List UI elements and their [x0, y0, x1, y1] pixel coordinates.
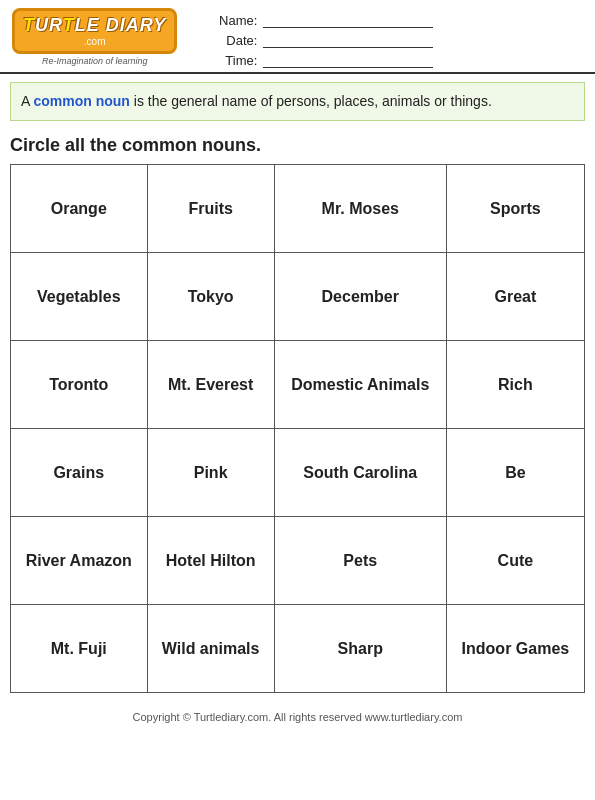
table-cell[interactable]: Domestic Animals — [274, 341, 446, 429]
table-cell[interactable]: Be — [446, 429, 584, 517]
table-cell[interactable]: Cute — [446, 517, 584, 605]
noun-table: OrangeFruitsMr. MosesSportsVegetablesTok… — [10, 164, 585, 693]
table-cell[interactable]: Hotel Hilton — [147, 517, 274, 605]
info-box: A common noun is the general name of per… — [10, 82, 585, 121]
table-cell[interactable]: Grains — [11, 429, 148, 517]
time-row: Time: — [217, 52, 583, 68]
logo-title: TURTLE DIARY — [23, 15, 166, 36]
table-cell[interactable]: Mt. Fuji — [11, 605, 148, 693]
table-row: OrangeFruitsMr. MosesSports — [11, 165, 585, 253]
date-input[interactable] — [263, 32, 433, 48]
table-cell[interactable]: Toronto — [11, 341, 148, 429]
highlight-text: common noun — [33, 93, 129, 109]
info-text: is the general name of persons, places, … — [130, 93, 492, 109]
table-row: VegetablesTokyoDecemberGreat — [11, 253, 585, 341]
table-row: GrainsPinkSouth CarolinaBe — [11, 429, 585, 517]
footer: Copyright © Turtlediary.com. All rights … — [0, 701, 595, 733]
table-cell[interactable]: South Carolina — [274, 429, 446, 517]
table-cell[interactable]: Pets — [274, 517, 446, 605]
logo-sub: Re-Imagination of learning — [42, 56, 148, 66]
logo-dot: .com — [84, 36, 106, 47]
table-cell[interactable]: Mr. Moses — [274, 165, 446, 253]
time-input[interactable] — [263, 52, 433, 68]
name-row: Name: — [217, 12, 583, 28]
name-fields: Name: Date: Time: — [177, 8, 583, 68]
table-row: Mt. FujiWild animalsSharpIndoor Games — [11, 605, 585, 693]
table-cell[interactable]: Pink — [147, 429, 274, 517]
table-cell[interactable]: Mt. Everest — [147, 341, 274, 429]
table-cell[interactable]: Sports — [446, 165, 584, 253]
table-cell[interactable]: Wild animals — [147, 605, 274, 693]
table-cell[interactable]: River Amazon — [11, 517, 148, 605]
table-cell[interactable]: Rich — [446, 341, 584, 429]
table-cell[interactable]: December — [274, 253, 446, 341]
logo-box: TURTLE DIARY .com — [12, 8, 177, 54]
date-row: Date: — [217, 32, 583, 48]
table-cell[interactable]: Fruits — [147, 165, 274, 253]
table-cell[interactable]: Sharp — [274, 605, 446, 693]
table-cell[interactable]: Orange — [11, 165, 148, 253]
table-cell[interactable]: Vegetables — [11, 253, 148, 341]
table-row: River AmazonHotel HiltonPetsCute — [11, 517, 585, 605]
name-input[interactable] — [263, 12, 433, 28]
instruction: Circle all the common nouns. — [0, 129, 595, 164]
table-cell[interactable]: Great — [446, 253, 584, 341]
header: TURTLE DIARY .com Re-Imagination of lear… — [0, 0, 595, 74]
table-row: TorontoMt. EverestDomestic AnimalsRich — [11, 341, 585, 429]
name-label: Name: — [217, 13, 257, 28]
logo-area: TURTLE DIARY .com Re-Imagination of lear… — [12, 8, 177, 66]
time-label: Time: — [217, 53, 257, 68]
date-label: Date: — [217, 33, 257, 48]
table-cell[interactable]: Tokyo — [147, 253, 274, 341]
table-cell[interactable]: Indoor Games — [446, 605, 584, 693]
